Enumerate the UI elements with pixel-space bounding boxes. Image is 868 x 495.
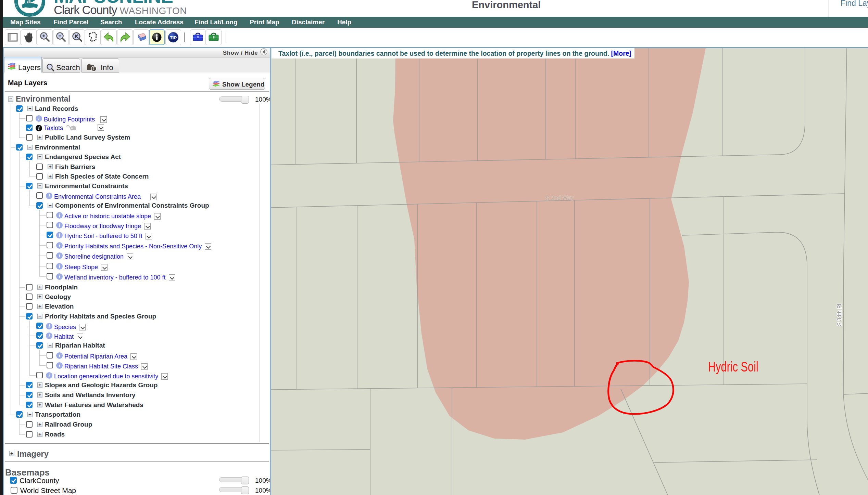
svg-text:S 2nd Way: S 2nd Way	[545, 195, 574, 201]
svg-text:S 34th Pl: S 34th Pl	[836, 304, 842, 326]
svg-text:Hydric Soil: Hydric Soil	[708, 359, 758, 375]
svg-text:TIP: TIP	[170, 35, 177, 40]
svg-text:O: O	[28, 14, 29, 16]
